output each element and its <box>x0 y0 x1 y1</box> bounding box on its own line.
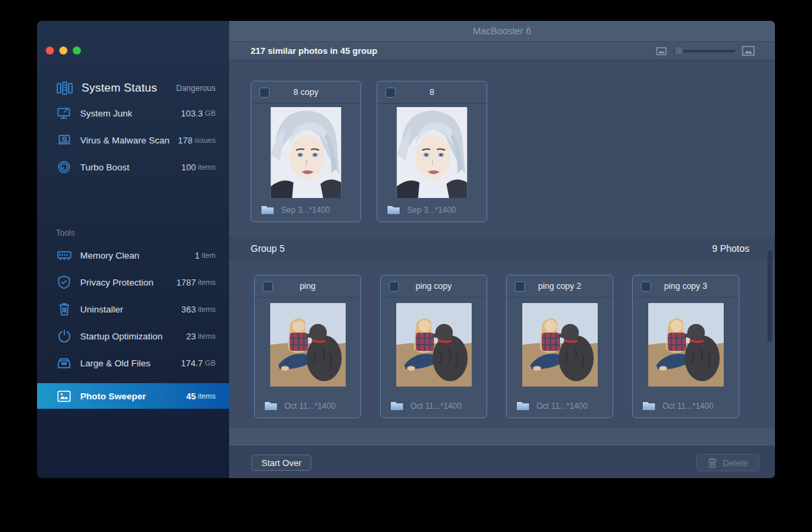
group-label: Group 5 <box>251 243 285 254</box>
sidebar-item-startup-optimization[interactable]: Startup Optimization 23 items <box>56 327 216 345</box>
sidebar-item-unit: GB <box>205 359 216 367</box>
turbo-boost-icon <box>56 159 72 175</box>
sidebar-item-value: 1 <box>195 251 199 261</box>
sidebar-item-label: Startup Optimization <box>80 331 162 341</box>
sidebar-item-privacy-protection[interactable]: Privacy Protection 1787 items <box>56 273 216 292</box>
photo-card-header: ping copy 2 <box>507 275 613 298</box>
large-old-files-icon <box>56 355 72 371</box>
tools-section-label: Tools <box>56 228 75 238</box>
photo-card[interactable]: 8 <box>377 81 487 222</box>
results-summary: 217 similar photos in 45 group <box>251 46 377 56</box>
sidebar-item-unit: item <box>201 251 216 259</box>
sidebar-item-unit: GB <box>205 109 216 117</box>
sidebar-item-uninstaller[interactable]: Uninstaller 363 items <box>56 300 216 319</box>
zoom-button[interactable] <box>73 46 81 55</box>
privacy-protection-icon <box>56 274 72 290</box>
system-status-icon <box>56 80 73 96</box>
photo-groups-area: 8 copy <box>229 61 775 428</box>
start-over-button[interactable]: Start Over <box>251 455 311 471</box>
photo-card-footer: Sep 3...*1400 <box>261 205 330 215</box>
close-button[interactable] <box>46 46 54 55</box>
sidebar-item-virus-malware-scan[interactable]: Virus & Malware Scan 178 issues <box>56 131 216 149</box>
photo-card-title: ping <box>255 281 361 291</box>
trash-icon <box>708 457 717 468</box>
next-group-partial-strip <box>229 428 775 446</box>
traffic-lights <box>46 46 81 55</box>
photo-caption: Sep 3...*1400 <box>281 205 330 215</box>
system-status-header[interactable]: System Status Dangerous <box>56 80 216 96</box>
sidebar-item-turbo-boost[interactable]: Turbo Boost 100 items <box>56 158 216 176</box>
photo-card-footer: Oct 11...*1400 <box>390 401 462 411</box>
vertical-scrollbar-thumb[interactable] <box>768 251 772 342</box>
photo-caption: Oct 11...*1400 <box>536 401 588 411</box>
photo-card-title: ping copy 2 <box>507 281 613 291</box>
sidebar-item-value: 178 <box>178 135 193 145</box>
zoom-slider-track[interactable] <box>673 50 735 53</box>
status-badge: Dangerous <box>176 84 216 93</box>
photo-card[interactable]: 8 copy <box>251 81 361 222</box>
sidebar-item-label: Turbo Boost <box>80 162 129 172</box>
delete-button[interactable]: Delete <box>696 454 759 471</box>
folder-icon <box>264 401 278 411</box>
memory-clean-icon <box>56 247 72 263</box>
sidebar-item-memory-clean[interactable]: Memory Clean 1 item <box>56 246 216 265</box>
sidebar-item-label: Large & Old Files <box>80 358 150 368</box>
sidebar-item-label: Uninstaller <box>80 304 123 314</box>
main-panel: MacBooster 6 217 similar photos in 45 gr… <box>229 21 775 478</box>
photo-card[interactable]: ping copy <box>380 275 487 418</box>
photo-card-footer: Oct 11...*1400 <box>264 401 336 411</box>
photo-card-footer: Oct 11...*1400 <box>516 401 588 411</box>
sidebar-item-photo-sweeper[interactable]: Photo Sweeper 45 items <box>37 383 229 409</box>
folder-icon <box>387 205 400 215</box>
uninstaller-icon <box>56 301 72 317</box>
start-over-label: Start Over <box>261 458 301 468</box>
window-titlebar[interactable]: MacBooster 6 <box>229 21 775 42</box>
minimize-button[interactable] <box>59 46 67 55</box>
photo-thumbnail <box>271 107 342 198</box>
sidebar-item-value: 103.3 <box>181 108 204 119</box>
system-junk-icon <box>56 105 72 121</box>
photo-card-title: 8 <box>377 88 487 97</box>
folder-icon <box>642 401 656 411</box>
photo-thumbnail <box>270 303 346 387</box>
sidebar-item-label: Photo Sweeper <box>80 391 146 401</box>
zoom-slider-knob[interactable] <box>675 46 683 55</box>
startup-optimization-icon <box>56 328 72 344</box>
sidebar-item-value: 363 <box>181 304 196 314</box>
photo-card-title: ping copy 3 <box>633 281 739 291</box>
sidebar-item-unit: items <box>198 305 216 313</box>
photo-card-header: 8 <box>377 81 487 104</box>
sidebar-item-system-junk[interactable]: System Junk 103.3 GB <box>56 104 216 123</box>
folder-icon <box>390 401 404 411</box>
photo-card-title: ping copy <box>381 281 487 291</box>
sidebar-title: System Status <box>82 81 157 95</box>
photo-caption: Oct 11...*1400 <box>410 401 462 411</box>
photo-card[interactable]: ping <box>254 275 361 418</box>
sidebar-item-unit: items <box>198 278 216 286</box>
photo-thumbnail <box>396 303 472 387</box>
window-title: MacBooster 6 <box>473 26 531 36</box>
photo-sweeper-icon <box>56 388 72 404</box>
photo-card-title: 8 copy <box>251 88 361 97</box>
photo-card-footer: Oct 11...*1400 <box>642 401 714 411</box>
delete-label: Delete <box>722 458 748 468</box>
small-photo-icon[interactable] <box>656 47 666 55</box>
sidebar-item-unit: issues <box>195 136 216 144</box>
photo-thumbnail <box>397 107 468 198</box>
sidebar-item-large-old-files[interactable]: Large & Old Files 174.7 GB <box>56 354 216 372</box>
sidebar-item-value: 174.7 <box>181 358 204 368</box>
group-header: Group 5 9 Photos <box>229 237 775 260</box>
photo-card-header: 8 copy <box>251 81 361 104</box>
photo-caption: Oct 11...*1400 <box>284 401 336 411</box>
folder-icon <box>261 205 274 215</box>
sidebar-item-value: 1787 <box>177 277 196 288</box>
photo-card-header: ping <box>255 275 361 298</box>
photo-card[interactable]: ping copy 3 <box>632 275 739 418</box>
photo-card[interactable]: ping copy 2 <box>506 275 613 418</box>
large-photo-icon[interactable] <box>742 46 755 56</box>
bottom-action-bar: Start Over Delete <box>229 446 775 478</box>
sidebar-item-unit: items <box>198 163 216 171</box>
photo-thumbnail <box>648 303 724 387</box>
sidebar-item-label: Virus & Malware Scan <box>80 135 170 145</box>
thumbnail-zoom-control <box>656 46 755 56</box>
